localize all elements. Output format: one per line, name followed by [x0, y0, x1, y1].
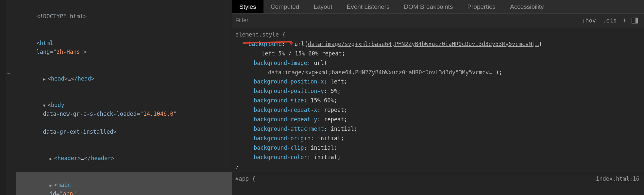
tag: body: [51, 102, 64, 108]
val: 5%;: [330, 88, 341, 94]
next-rule-row: #app { index.html:16: [232, 174, 644, 182]
val: initial;: [314, 154, 341, 160]
tag: header: [58, 155, 77, 161]
val: left;: [330, 78, 347, 85]
attr-val: app: [63, 190, 73, 195]
val: initial;: [317, 135, 344, 142]
prop-name: background-color: [254, 154, 307, 160]
selector-app[interactable]: #app {: [235, 175, 255, 182]
collapse-icon[interactable]: ▼: [43, 102, 47, 109]
tag: header: [91, 155, 111, 161]
attr: lang: [36, 49, 50, 55]
prop-name: background-image: [254, 60, 307, 66]
main-node-selected[interactable]: ▶<main id="app" style="background: url("…: [16, 172, 232, 195]
selector-text: #app: [235, 175, 249, 182]
tab-computed[interactable]: Computed: [263, 0, 307, 13]
val: url(: [295, 41, 308, 47]
prop-bg-size[interactable]: background-size: 15% 60%;: [235, 96, 641, 105]
prop-background-image[interactable]: background-image: url(: [235, 58, 641, 68]
prop-background[interactable]: background: url(data:image/svg+xml;base6…: [235, 39, 641, 49]
selector-element-style[interactable]: element.style {: [235, 30, 641, 39]
tab-properties[interactable]: Properties: [460, 0, 503, 13]
elements-panel: ⋯ <!DOCTYPE html> <html lang="zh-Hans"> …: [0, 0, 232, 195]
prop-bg-clip[interactable]: background-clip: initial;: [235, 143, 641, 153]
prop-name: background-size: [254, 97, 304, 104]
left-edge: [0, 0, 6, 195]
dom-tree[interactable]: <!DOCTYPE html> <html lang="zh-Hans"> ▶<…: [0, 3, 232, 195]
color-swatch-icon[interactable]: [289, 42, 293, 46]
filter-input[interactable]: [235, 17, 579, 24]
cls-toggle[interactable]: .cls: [602, 17, 617, 24]
tag: html: [40, 40, 53, 46]
expand-icon[interactable]: ▶: [49, 182, 54, 189]
prop-bg-color[interactable]: background-color: initial;: [235, 153, 641, 162]
val: 15% 60%;: [311, 97, 337, 104]
tab-layout[interactable]: Layout: [306, 0, 339, 13]
attr-val: zh-Hans: [57, 49, 80, 55]
tab-event-listeners[interactable]: Event Listeners: [339, 0, 397, 13]
body-open-node[interactable]: ▼<body data-new-gr-c-s-check-loaded="14.…: [16, 92, 232, 145]
prop-name: background-clip: [254, 144, 304, 151]
doctype-text: <!DOCTYPE html>: [36, 13, 87, 20]
hov-toggle[interactable]: :hov: [582, 17, 596, 24]
val: initial;: [330, 126, 357, 132]
styles-body: element.style { background: url(data:ima…: [232, 27, 644, 174]
prop-bg-pos-y[interactable]: background-position-y: 5%;: [235, 86, 641, 96]
attr: data-gr-ext-installed: [43, 128, 113, 135]
prop-name: background-repeat-x: [254, 107, 317, 113]
doctype-node[interactable]: <!DOCTYPE html>: [16, 3, 232, 30]
svg-rect-1: [636, 18, 638, 23]
styles-tabs: Styles Computed Layout Event Listeners D…: [232, 0, 644, 14]
prop-name: background-position-x: [254, 78, 324, 85]
prop-name: background-position-y: [254, 88, 324, 94]
prop-background-image-url[interactable]: data:image/svg+xml;base64,PHN2ZyB4bWxucz…: [235, 68, 641, 77]
data-url-link[interactable]: data:image/svg+xml;base64,PHN2ZyB4bWxucz…: [268, 69, 492, 76]
prop-bg-attachment[interactable]: background-attachment: initial;: [235, 124, 641, 134]
prop-name: background-repeat-y: [254, 116, 317, 123]
attr-val: 14.1046.0: [143, 111, 173, 117]
prop-name: background-attachment: [254, 126, 324, 132]
expand-icon[interactable]: ▶: [43, 76, 47, 83]
source-link[interactable]: index.html:16: [596, 175, 639, 182]
filter-bar: :hov .cls +: [232, 14, 644, 27]
prop-bg-repeat-y[interactable]: background-repeat-y: repeat;: [235, 115, 641, 124]
tab-accessibility[interactable]: Accessibility: [503, 0, 551, 13]
head-node[interactable]: ▶<head>…</head>: [16, 65, 232, 92]
attr: data-new-gr-c-s-check-loaded: [43, 111, 137, 117]
expand-icon[interactable]: ▶: [49, 156, 54, 162]
tab-dom-breakpoints[interactable]: DOM Breakpoints: [397, 0, 460, 13]
prop-bg-pos-x[interactable]: background-position-x: left;: [235, 77, 641, 86]
data-url-link[interactable]: data:image/svg+xml;base64,PHN2ZyB4bWxucz…: [308, 41, 539, 47]
prop-bg-origin[interactable]: background-origin: initial;: [235, 134, 641, 143]
tag: head: [51, 75, 64, 82]
html-open-node[interactable]: <html lang="zh-Hans">: [16, 30, 232, 66]
selector-text: element.style: [235, 31, 279, 38]
toggle-panel-icon[interactable]: [632, 18, 638, 23]
val: ): [539, 41, 542, 47]
val: left 5% / 15% 60% repeat;: [262, 50, 345, 57]
new-style-rule-icon[interactable]: +: [622, 17, 626, 24]
prop-name: background-origin: [254, 135, 311, 142]
val: initial;: [311, 144, 337, 151]
val: repeat;: [324, 116, 347, 123]
tag: head: [78, 75, 91, 82]
prop-bg-repeat-x[interactable]: background-repeat-x: repeat;: [235, 105, 641, 115]
ellipsis-icon[interactable]: ⋯: [7, 70, 10, 77]
tab-styles[interactable]: Styles: [232, 0, 263, 13]
tag: main: [58, 182, 71, 188]
styles-panel: Styles Computed Layout Event Listeners D…: [232, 0, 644, 195]
val: repeat;: [324, 107, 347, 113]
header-node[interactable]: ▶<header>…</header>: [16, 145, 232, 172]
val: );: [492, 69, 502, 76]
close-brace: }: [235, 162, 641, 171]
prop-background-tail[interactable]: left 5% / 15% 60% repeat;: [235, 49, 641, 58]
val: url(: [314, 60, 327, 66]
attr: id: [49, 190, 56, 195]
